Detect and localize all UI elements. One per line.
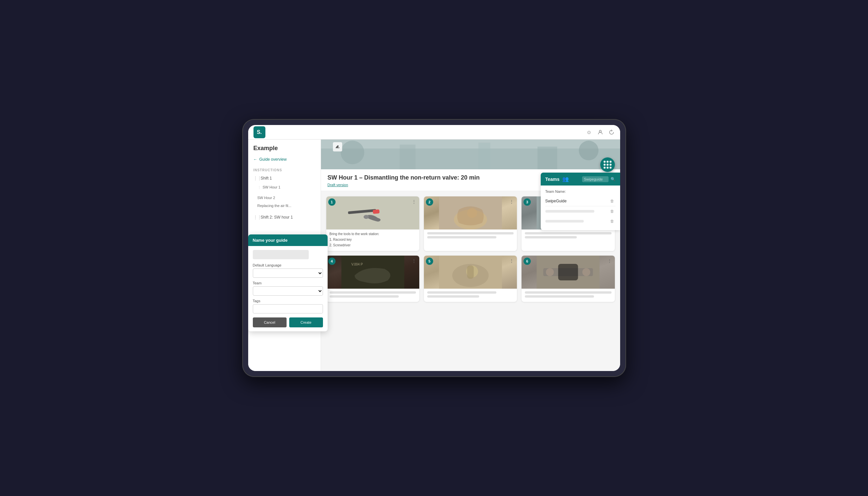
step-text-2 bbox=[427, 236, 496, 238]
svg-rect-5 bbox=[400, 144, 415, 169]
fab-button[interactable] bbox=[600, 157, 615, 172]
step-text-1 bbox=[427, 232, 513, 234]
help-icon[interactable]: ⊙ bbox=[586, 129, 592, 136]
teams-delete-3[interactable]: 🗑 bbox=[609, 218, 615, 224]
sidebar-shift2-label: Shift 2: SW hour 1 bbox=[261, 215, 293, 220]
team-select[interactable] bbox=[253, 286, 323, 296]
svg-rect-2 bbox=[321, 149, 620, 169]
svg-point-4 bbox=[579, 141, 598, 160]
teams-delete-1[interactable]: 🗑 bbox=[609, 198, 615, 204]
fab-dot bbox=[610, 164, 612, 166]
tags-label: Tags bbox=[253, 299, 323, 303]
step-description-1: Bring the tools to the work station: 1. … bbox=[326, 230, 419, 251]
tablet-screen: S. ⊙ Ex bbox=[248, 125, 620, 371]
teams-name-label: Team Name: bbox=[545, 189, 615, 193]
svg-rect-6 bbox=[478, 142, 490, 169]
teams-placeholder-1 bbox=[545, 210, 594, 213]
team-label: Team bbox=[253, 281, 323, 285]
tags-field: Tags bbox=[253, 299, 323, 313]
cancel-button[interactable]: Cancel bbox=[253, 317, 287, 327]
step-image-5 bbox=[424, 255, 517, 289]
step-card-4: V.004 P 4 ⋮ bbox=[326, 255, 419, 302]
svg-rect-8 bbox=[335, 148, 340, 148]
step-menu-5[interactable]: ⋮ bbox=[508, 258, 515, 264]
back-arrow-icon: ← bbox=[254, 157, 257, 162]
sidebar-title: Example bbox=[248, 145, 321, 156]
teams-header: Teams 👥 🔍 bbox=[541, 173, 620, 186]
step-image-wrapper-2: 2 ⋮ bbox=[424, 197, 517, 230]
step-text-6a bbox=[525, 291, 611, 294]
teams-title: Teams 👥 bbox=[545, 176, 569, 182]
spacer bbox=[248, 191, 321, 194]
step-number-1: 1 bbox=[328, 198, 335, 206]
sidebar-item-shift1-label: Shift 1 bbox=[261, 176, 272, 181]
step-image-wrapper-1: 1 ⋮ bbox=[326, 197, 419, 230]
teams-placeholder-row-2-wrapper: 🗑 bbox=[545, 216, 615, 226]
fab-dot bbox=[603, 161, 605, 163]
step-number-4: 4 bbox=[328, 258, 335, 265]
step-image-wrapper-4: V.004 P 4 ⋮ bbox=[326, 255, 419, 289]
sync-icon[interactable] bbox=[608, 129, 615, 136]
top-bar-icons: ⊙ bbox=[586, 129, 615, 136]
teams-row-1: SwipeGuide 🗑 bbox=[545, 196, 615, 206]
user-icon[interactable] bbox=[597, 129, 603, 136]
fab-dots bbox=[603, 161, 612, 169]
hero-edit-icon[interactable] bbox=[333, 142, 342, 152]
step-card-6: 6 ⋮ bbox=[522, 255, 614, 302]
step-text-3b bbox=[525, 236, 577, 238]
sidebar-section-label: INSTRUCTIONS bbox=[248, 166, 321, 173]
fab-dot bbox=[607, 164, 609, 166]
teams-body: Team Name: SwipeGuide 🗑 🗑 🗑 bbox=[541, 186, 620, 230]
svg-point-3 bbox=[341, 141, 364, 164]
fab-dot bbox=[610, 167, 612, 169]
step-menu-2[interactable]: ⋮ bbox=[508, 198, 515, 205]
sidebar-item-sw-hour-2[interactable]: SW Hour 2 bbox=[248, 194, 321, 202]
step-body-5 bbox=[424, 289, 517, 302]
step-card-5: 5 ⋮ bbox=[424, 255, 517, 302]
name-guide-body: Default Language Team Tags Cance bbox=[248, 246, 328, 331]
teams-search-input[interactable] bbox=[582, 176, 609, 182]
hero-image bbox=[321, 140, 620, 169]
step-body-6 bbox=[522, 289, 614, 302]
teams-group-icon: 👥 bbox=[562, 176, 569, 182]
sidebar-item-shift1[interactable]: ⋮⋮ Shift 1 bbox=[248, 173, 321, 183]
sidebar-sw-hour-2-label: SW Hour 2 bbox=[257, 196, 275, 200]
svg-point-0 bbox=[599, 130, 601, 132]
form-buttons: Cancel Create bbox=[253, 317, 323, 327]
teams-search-area: 🔍 bbox=[582, 176, 615, 182]
guide-status[interactable]: Draft version bbox=[328, 183, 480, 187]
step-text-6b bbox=[525, 295, 594, 298]
sidebar-back[interactable]: ← Guide overview bbox=[248, 156, 321, 166]
step-image-wrapper-5: 5 ⋮ bbox=[424, 255, 517, 289]
step-text-4a bbox=[330, 291, 416, 294]
step-menu-6[interactable]: ⋮ bbox=[606, 258, 613, 264]
default-language-select[interactable] bbox=[253, 268, 323, 278]
sidebar-item-shift2[interactable]: ⋮⋮ Shift 2: SW hour 1 bbox=[248, 212, 321, 222]
svg-point-28 bbox=[546, 268, 554, 276]
step-image-wrapper-6: 6 ⋮ bbox=[522, 255, 614, 289]
step-menu-4[interactable]: ⋮ bbox=[411, 258, 417, 264]
svg-rect-11 bbox=[373, 210, 379, 214]
sidebar-item-replacing[interactable]: Replacing the air fil... bbox=[248, 202, 321, 210]
step-body-4 bbox=[326, 289, 419, 302]
back-label: Guide overview bbox=[259, 157, 287, 162]
app-logo[interactable]: S. bbox=[254, 126, 265, 138]
teams-delete-2[interactable]: 🗑 bbox=[609, 208, 615, 215]
guide-title: SW Hour 1 – Dismantling the non-return v… bbox=[328, 174, 480, 182]
teams-title-text: Teams bbox=[545, 176, 559, 182]
sidebar-item-sw-hour-1[interactable]: ⋮ SW Hour 1 bbox=[248, 183, 321, 191]
svg-rect-30 bbox=[558, 264, 578, 280]
step-card-2: 2 ⋮ bbox=[424, 197, 517, 251]
step-image-6 bbox=[522, 255, 614, 289]
teams-search-icon[interactable]: 🔍 bbox=[611, 177, 615, 182]
fab-dot bbox=[607, 161, 609, 163]
step-text-3a bbox=[525, 232, 611, 234]
step-menu-1[interactable]: ⋮ bbox=[411, 198, 417, 205]
guide-name-input-placeholder bbox=[253, 250, 309, 259]
step-card-1: 1 ⋮ Bring the tools to the work station:… bbox=[326, 197, 419, 251]
svg-rect-25 bbox=[467, 265, 474, 279]
confirm-button[interactable]: Create bbox=[289, 317, 323, 327]
default-language-label: Default Language bbox=[253, 263, 323, 267]
step-text-5b bbox=[427, 295, 479, 298]
tags-input[interactable] bbox=[253, 304, 323, 313]
